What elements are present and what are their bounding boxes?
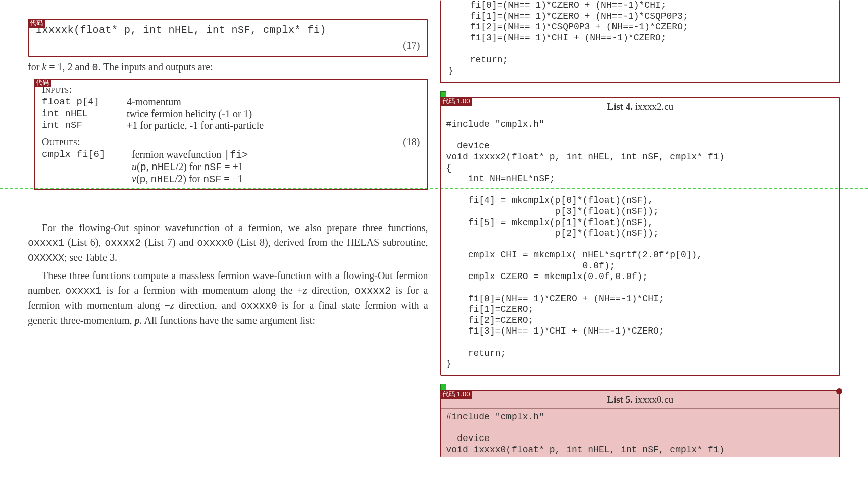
- eq17-box: 代码 ixxxxk(float* p, int nHEL, int nSF, c…: [28, 19, 428, 57]
- output-desc: u(p, nHEL/2) for nSF = +1: [132, 161, 243, 173]
- list4-label-bold: List 4.: [607, 101, 633, 112]
- input-row: int nSF +1 for particle, -1 for anti-par…: [42, 120, 420, 131]
- paragraph-flowing-out-2: These three functions compute a massless…: [28, 268, 428, 328]
- code-continuation: fi[0]=(NH== 1)*CZERO + (NH==-1)*CHI; fi[…: [448, 0, 833, 78]
- input-type: int nSF: [42, 120, 118, 131]
- page-columns: 代码 ixxxxk(float* p, int nHEL, int nSF, c…: [0, 0, 868, 465]
- outputs-heading: Outputs:: [42, 136, 420, 148]
- inputs-heading: Inputs:: [42, 84, 420, 95]
- output-type: cmplx fi[6]: [42, 149, 123, 161]
- input-type: int nHEL: [42, 108, 118, 120]
- input-row: float p[4] 4-momentum: [42, 96, 420, 108]
- list4-header: List 4. ixxxx2.cu: [441, 99, 840, 116]
- after-eq17-text: for k = 1, 2 and 0. The inputs and outpu…: [28, 60, 428, 75]
- resize-handle-icon[interactable]: [836, 388, 842, 394]
- list5-code: #include "cmplx.h" __device__ void ixxxx…: [446, 412, 835, 457]
- output-row: u(p, nHEL/2) for nSF = +1: [42, 161, 420, 173]
- io-box: 代码 Inputs: float p[4] 4-momentum int nHE…: [34, 79, 428, 190]
- input-row: int nHEL twice fermion helicity (-1 or 1…: [42, 108, 420, 120]
- output-row: cmplx fi[6] fermion wavefunction |fi>: [42, 149, 420, 161]
- output-type-blank: [42, 173, 123, 185]
- list5-label-file: ixxxx0.cu: [633, 394, 673, 405]
- eq18-number: (18): [403, 136, 420, 148]
- input-desc: 4-momentum: [127, 96, 181, 108]
- code-tag-label: 代码: [34, 79, 51, 87]
- eq17-number: (17): [403, 36, 420, 51]
- list5-box: 代码 1.00 List 5. ixxxx0.cu #include "cmpl…: [440, 390, 841, 457]
- eq17-signature: ixxxxk(float* p, int nHEL, int nSF, cmpl…: [36, 24, 326, 36]
- left-column: 代码 ixxxxk(float* p, int nHEL, int nSF, c…: [28, 0, 428, 460]
- list4-label-file: ixxxx2.cu: [633, 101, 673, 112]
- code-continuation-box: fi[0]=(NH== 1)*CZERO + (NH==-1)*CHI; fi[…: [440, 0, 841, 83]
- output-type-blank: [42, 161, 123, 173]
- list4-box: 代码 1.00 List 4. ixxxx2.cu #include "cmpl…: [440, 97, 841, 376]
- right-column: fi[0]=(NH== 1)*CZERO + (NH==-1)*CHI; fi[…: [440, 0, 841, 460]
- list5-label-bold: List 5.: [607, 394, 633, 405]
- list5-header: List 5. ixxxx0.cu: [441, 392, 840, 409]
- list4-code: #include "cmplx.h" __device__ void ixxxx…: [446, 119, 835, 372]
- code-score-tag: 代码 1.00: [440, 97, 472, 106]
- output-desc: v(p, nHEL/2) for nSF = −1: [132, 173, 243, 185]
- code-tag-label: 代码: [28, 19, 45, 28]
- output-desc: fermion wavefunction |fi>: [132, 149, 248, 161]
- output-row: v(p, nHEL/2) for nSF = −1: [42, 173, 420, 185]
- paragraph-flowing-out-1: For the flowing-Out spinor wavefunction …: [28, 221, 428, 265]
- code-score-tag: 代码 1.00: [440, 390, 472, 399]
- input-desc: twice fermion helicity (-1 or 1): [127, 108, 252, 120]
- input-desc: +1 for particle, -1 for anti-particle: [127, 120, 264, 131]
- input-type: float p[4]: [42, 96, 118, 108]
